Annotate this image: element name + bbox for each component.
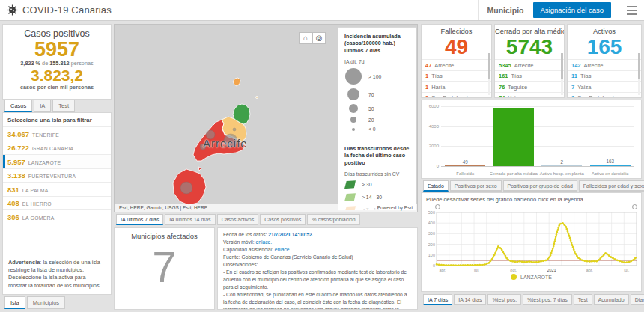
assign-case-button[interactable]: Asignación del caso xyxy=(533,2,612,18)
positives-card: Casos positivos 5957 3,823 % de 155.812 … xyxy=(2,24,112,100)
observation-bullet: - En el cuadro se reflejan los positivos… xyxy=(223,269,412,291)
stat-row: 74Yaiza xyxy=(495,92,564,98)
tab[interactable]: IA 7 días xyxy=(423,294,452,305)
series-legend[interactable]: LANZAROTE xyxy=(422,274,641,280)
legend-circle-item: 20 xyxy=(344,117,410,123)
chart-tabs: EstadoPositivos por sexoPositivos por gr… xyxy=(423,180,644,192)
svg-text:abr.: abr. xyxy=(586,268,594,272)
stat-row: 1Tías xyxy=(422,70,491,82)
affected-title: Municipios afectados xyxy=(115,232,214,240)
bar-chart-plot: 0200040006000492163 xyxy=(441,106,634,166)
tab[interactable]: IA xyxy=(34,100,51,112)
bar-3[interactable]: 163 xyxy=(586,106,635,166)
bar-category-label: Cerrado por alta médica xyxy=(490,171,538,176)
tab[interactable]: IA últimos 7 días xyxy=(116,214,163,225)
region-la-graciosa[interactable] xyxy=(233,78,240,86)
island-row[interactable]: 34.067 TENERIFE xyxy=(3,126,111,141)
island-row[interactable]: 306 LA GOMERA xyxy=(3,209,111,224)
notes-card: Fecha de los datos: 21/7/2021 14:00:52. … xyxy=(217,227,418,310)
tab[interactable]: %test pos. xyxy=(487,294,521,305)
menu-icon[interactable] xyxy=(619,0,644,20)
bar-chart-xlabels: FallecidoCerrado por alta médicaActivo h… xyxy=(441,171,634,176)
legend-circle-item: > 100 xyxy=(344,68,410,85)
tab[interactable]: Test xyxy=(52,100,75,112)
scrollbar[interactable] xyxy=(488,53,490,95)
slider-handle-right[interactable] xyxy=(632,204,637,209)
mobile-link[interactable]: enlace. xyxy=(256,239,273,245)
deaths-card: Fallecidos 49 47Arrecife1Tías1Haría0San … xyxy=(421,24,492,98)
tab[interactable]: Isla xyxy=(4,296,25,309)
map[interactable]: Arrecife ⌂ ◎ Incidencia acumulada (casos… xyxy=(114,24,418,212)
svg-text:500: 500 xyxy=(428,210,435,215)
legend-days-title: Días transcurridos desde la fecha del úl… xyxy=(344,145,410,166)
basemap-icon[interactable]: ◎ xyxy=(312,32,326,44)
island-list-header: Seleccione una isla para filtrar xyxy=(3,113,111,126)
tab[interactable]: Casos xyxy=(4,100,32,112)
active-list: 142Arrecife11Tías7Yaiza3San Bartolomé xyxy=(568,59,641,98)
tab[interactable]: Acumulado xyxy=(594,294,629,305)
map-attribution: Esri, HERE, Garmin, USGS | Esri, HERE Po… xyxy=(115,204,417,212)
island-municipio-tabs: IslaMunicipios xyxy=(4,296,65,309)
tab[interactable]: IA 14 días xyxy=(454,294,486,305)
tab[interactable]: Municipios xyxy=(27,296,65,309)
bar-2[interactable]: 2 xyxy=(538,106,586,166)
time-range-slider[interactable] xyxy=(435,204,637,210)
bar-0[interactable]: 49 xyxy=(441,106,490,166)
virus-icon xyxy=(7,4,18,16)
source-text: Fuente: Gobierno de Canarias (Servicio C… xyxy=(223,254,412,261)
active-card: Activos 165 142Arrecife11Tías7Yaiza3San … xyxy=(567,24,642,98)
tab[interactable]: Casos positivos xyxy=(260,214,306,225)
scrollbar[interactable] xyxy=(561,53,563,95)
tab[interactable]: Positivos por grupo de edad xyxy=(503,180,577,192)
legend-ia-items: > 100 70 50 20 xyxy=(344,68,410,132)
home-icon[interactable]: ⌂ xyxy=(299,32,312,44)
legend-swatch-item: > 30 xyxy=(344,180,410,189)
status-bar-chart: 0200040006000492163 FallecidoCerrado por… xyxy=(421,100,642,179)
tab[interactable]: Estado xyxy=(423,180,449,192)
tab[interactable]: % casos/población xyxy=(307,214,359,225)
svg-text:2021: 2021 xyxy=(547,268,556,272)
svg-text:300: 300 xyxy=(428,231,435,236)
tab[interactable]: Casos activos xyxy=(217,214,259,225)
tab[interactable]: IA últimos 14 días xyxy=(165,214,215,225)
closed-list: 5345Arrecife161Tías76Teguise74Yaiza xyxy=(495,59,564,98)
left-card-tabs: CasosIATest xyxy=(4,100,75,112)
island-row[interactable]: 831 LA PALMA xyxy=(3,182,111,196)
closed-title: Cerrado por alta médica xyxy=(495,28,564,35)
legend-circle-item: 50 xyxy=(344,104,410,113)
tab[interactable]: %test pos. 7 días xyxy=(523,294,572,305)
slider-handle-left[interactable] xyxy=(435,204,440,209)
tab[interactable]: Diario xyxy=(631,294,644,305)
bar-1[interactable] xyxy=(490,106,538,166)
island-row[interactable]: 26.722 GRAN CANARIA xyxy=(3,141,111,155)
capacity-link[interactable]: enlace. xyxy=(275,247,291,252)
legend-swatch-item: > 14 - 30 xyxy=(344,193,410,201)
tab[interactable]: Positivos por sexo xyxy=(450,180,502,192)
legend-ia-title: Incidencia acumulada (casos/100000 hab.)… xyxy=(344,33,410,54)
legend-hint: Puede desactivar series del gráfico haci… xyxy=(422,193,641,204)
map-tabs: IA últimos 7 díasIA últimos 14 díasCasos… xyxy=(116,214,360,225)
svg-text:abr.: abr. xyxy=(439,268,446,272)
line-chart-svg: 0100200300400500abr.jul.oct.2021abr.jul. xyxy=(425,210,640,273)
stat-row: 161Tías xyxy=(495,70,564,82)
region-fuerteventura-islet[interactable] xyxy=(198,167,201,171)
island-row[interactable]: 5.957 LANZAROTE xyxy=(3,154,111,168)
island-row[interactable]: 408 EL HIERRO xyxy=(3,196,111,210)
tab[interactable]: Fallecidos por edad y sexo xyxy=(579,180,644,192)
municipio-label[interactable]: Municipio xyxy=(479,6,533,15)
stat-row: 47Arrecife xyxy=(422,59,491,70)
stat-row: 5345Arrecife xyxy=(495,59,564,70)
svg-text:jul.: jul. xyxy=(623,268,630,272)
svg-text:0: 0 xyxy=(433,263,435,268)
map-legend: Incidencia acumulada (casos/100000 hab.)… xyxy=(338,27,416,211)
active-value: 165 xyxy=(568,35,641,59)
affected-card: Municipios afectados 7 xyxy=(114,227,215,310)
svg-text:100: 100 xyxy=(428,253,435,257)
tab[interactable]: Test xyxy=(574,294,592,305)
stat-row: 7Yaiza xyxy=(568,81,641,92)
island-row[interactable]: 3.138 FUERTEVENTURA xyxy=(3,168,111,183)
active-title: Activos xyxy=(568,28,641,35)
scrollbar[interactable] xyxy=(638,53,640,95)
closed-card: Cerrado por alta médica 5743 5345Arrecif… xyxy=(494,24,565,98)
top-bar: COVID-19 Canarias Municipio Asignación d… xyxy=(0,0,644,21)
